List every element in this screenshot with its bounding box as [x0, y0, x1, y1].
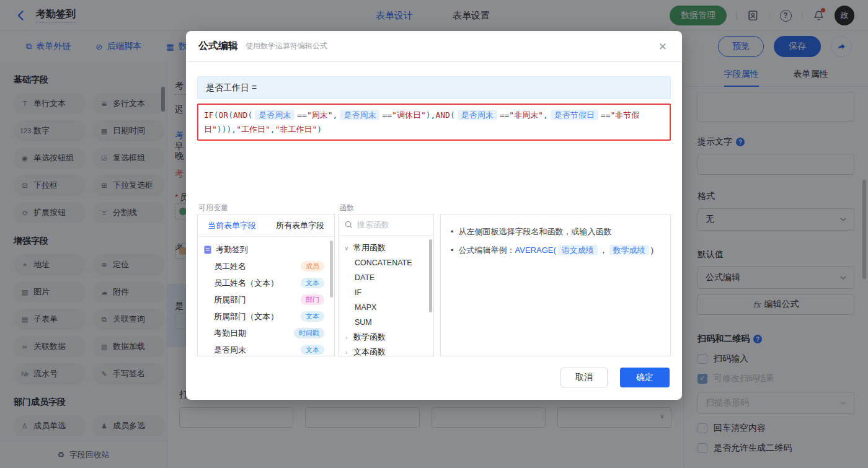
modal-title: 公式编辑 [198, 40, 238, 53]
function-search [339, 214, 433, 236]
variables-group-label: 考勤签到 [216, 244, 248, 255]
formula-token: ( [450, 110, 455, 120]
variables-list: 考勤签到 员工姓名成员员工姓名（文本）文本所属部门部门所属部门（文本）文本考勤日… [198, 237, 334, 356]
bullet-icon [451, 244, 454, 257]
formula-token: ) [426, 110, 431, 120]
function-item[interactable]: MAPX [339, 300, 433, 315]
function-group[interactable]: ›文本函数 [339, 345, 433, 356]
variable-type-badge: 文本 [301, 345, 324, 355]
function-item[interactable]: DATE [339, 270, 433, 285]
close-icon[interactable]: ✕ [658, 40, 667, 53]
formula-token: OR [218, 110, 228, 120]
help-text-2: 公式编辑举例：AVERAGE(语文成绩，数学成绩) [459, 244, 654, 257]
formula-field-chip[interactable]: 是否节假日 [551, 110, 598, 120]
formula-token: , [231, 125, 236, 134]
variable-row[interactable]: 所属部门部门 [198, 291, 334, 308]
formula-token: , [543, 110, 548, 120]
variable-row[interactable]: 是否周末文本 [198, 342, 334, 356]
variable-type-badge: 部门 [301, 294, 324, 305]
function-item[interactable]: SUM [339, 315, 433, 330]
formula-token: "周末" [307, 110, 333, 120]
help-example-separator: ， [600, 245, 608, 255]
functions-label: 函数 [339, 203, 354, 213]
function-group[interactable]: ›数学函数 [339, 330, 433, 345]
help-line-2: 公式编辑举例：AVERAGE(语文成绩，数学成绩) [451, 244, 659, 257]
formula-token: , [270, 125, 275, 134]
chevron-right-icon: › [343, 334, 350, 341]
function-item[interactable]: IF [339, 285, 433, 300]
tab-current-form-fields[interactable]: 当前表单字段 [198, 220, 266, 231]
formula-token: == [382, 110, 392, 120]
function-search-input[interactable] [357, 220, 419, 229]
function-group-label: 常用函数 [353, 242, 386, 254]
formula-token: "工作日" [236, 125, 270, 134]
variables-group-row[interactable]: 考勤签到 [198, 242, 334, 258]
variables-scrollbar[interactable] [330, 241, 333, 298]
variable-type-badge: 文本 [301, 311, 324, 322]
formula-token: == [297, 110, 307, 120]
chevron-right-icon: › [343, 349, 350, 356]
function-group[interactable]: ∨常用函数 [339, 241, 433, 255]
variable-name: 员工姓名（文本） [214, 278, 278, 289]
function-group-label: 数学函数 [353, 332, 386, 343]
help-line-1: 从左侧面板选择字段名和函数，或输入函数 [451, 226, 659, 238]
variables-label: 可用变量 [198, 203, 228, 213]
formula-token: IF [204, 110, 214, 120]
formula-help-panel: 从左侧面板选择字段名和函数，或输入函数 公式编辑举例：AVERAGE(语文成绩，… [440, 214, 671, 356]
variables-panel: 当前表单字段 所有表单字段 考勤签到 员工姓名成员员工姓名（文本）文本所属部门部… [197, 214, 335, 356]
formula-token: "调休日" [392, 110, 426, 120]
formula-token: == [601, 110, 611, 120]
variable-name: 是否周末 [214, 345, 246, 356]
help-text-1: 从左侧面板选择字段名和函数，或输入函数 [459, 226, 612, 238]
functions-panel: ∨常用函数CONCATENATEDATEIFMAPXSUM›数学函数›文本函数 [338, 214, 434, 356]
formula-token: ( [247, 110, 252, 120]
variable-type-badge: 文本 [301, 278, 324, 288]
formula-field-chip[interactable]: 是否周末 [255, 110, 294, 120]
formula-target-bar: 是否工作日 = [197, 76, 671, 99]
variable-name: 员工姓名 [214, 261, 246, 272]
formula-token: ( [228, 110, 233, 120]
variable-name: 考勤日期 [214, 328, 246, 339]
variable-row[interactable]: 考勤日期时间戳 [198, 325, 334, 342]
bullet-icon [451, 226, 454, 238]
formula-token: ) [217, 125, 222, 134]
help-example-field-2: 数学成绩 [609, 245, 649, 255]
formula-token: "非周末" [509, 110, 543, 120]
form-doc-icon [204, 245, 211, 254]
tab-all-form-fields[interactable]: 所有表单字段 [266, 220, 334, 231]
variable-type-badge: 时间戳 [294, 328, 324, 338]
function-item[interactable]: CONCATENATE [339, 255, 433, 270]
search-icon [345, 221, 353, 229]
formula-field-chip[interactable]: 是否周末 [340, 110, 379, 120]
variable-row[interactable]: 员工姓名（文本）文本 [198, 275, 334, 291]
formula-token: ) [317, 125, 322, 134]
formula-token: , [333, 110, 338, 120]
function-tree: ∨常用函数CONCATENATEDATEIFMAPXSUM›数学函数›文本函数 [339, 236, 433, 356]
formula-token: AND [435, 110, 450, 120]
formula-token: == [500, 110, 510, 120]
help-example-function: AVERAGE( [515, 245, 556, 255]
formula-token: "非工作日" [275, 125, 317, 134]
variable-row[interactable]: 员工姓名成员 [198, 258, 334, 275]
functions-scrollbar[interactable] [429, 239, 432, 312]
variable-name: 所属部门（文本） [214, 311, 278, 322]
modal-subtitle: 使用数学运算符编辑公式 [246, 41, 327, 51]
help-example-field-1: 语文成绩 [558, 245, 598, 255]
cancel-button[interactable]: 取消 [560, 368, 608, 387]
formula-token: AND [233, 110, 247, 120]
formula-editor[interactable]: IF(OR(AND(是否周末=="周末",是否周末=="调休日"),AND(是否… [197, 104, 671, 141]
help-example-prefix: 公式编辑举例： [459, 245, 515, 255]
formula-field-chip[interactable]: 是否周末 [458, 110, 497, 120]
confirm-button[interactable]: 确定 [620, 368, 670, 387]
function-group-label: 文本函数 [353, 347, 386, 356]
help-example-close: ) [651, 245, 653, 255]
formula-edit-modal: 公式编辑 使用数学运算符编辑公式 ✕ 是否工作日 = IF(OR(AND(是否周… [186, 31, 682, 400]
variable-type-badge: 成员 [301, 261, 324, 272]
variable-name: 所属部门 [214, 294, 246, 306]
variable-row[interactable]: 所属部门（文本）文本 [198, 308, 334, 325]
chevron-down-icon: ∨ [343, 245, 350, 252]
